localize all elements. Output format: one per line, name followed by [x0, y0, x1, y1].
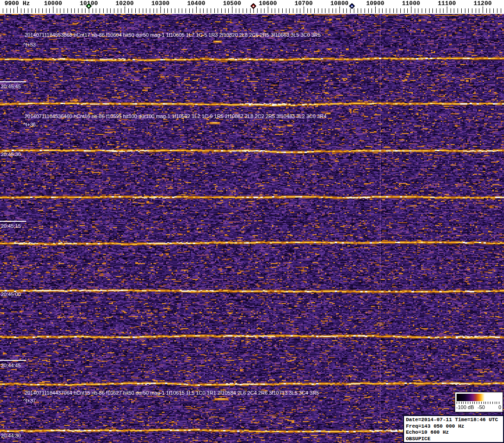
colorbar-labels: -100 dB -50 0: [455, 404, 503, 412]
freq-axis-label: 11100: [438, 0, 456, 7]
freq-axis-label: 10000: [44, 0, 62, 7]
info-station-name: OBSUPICE: [406, 436, 503, 443]
spectrogram-canvas: [0, 14, 504, 443]
freq-axis-label: 10600: [259, 0, 277, 7]
freq-axis-label: 10700: [294, 0, 312, 7]
frequency-axis: 9900 Hz100001010010200103001040010500106…: [0, 0, 504, 14]
freq-axis-label: 10500: [223, 0, 241, 7]
info-echo-frequency: Echo=10 600 Hz: [406, 430, 503, 436]
colorbar-legend: -100 dB -50 0: [455, 392, 503, 412]
freq-axis-label: 10800: [330, 0, 348, 7]
freq-axis-label: 11000: [402, 0, 420, 7]
status-info-box: Date=2014-07-11 Time=18:46 UTC Freq=143 …: [403, 415, 504, 443]
info-date-time: Date=2014-07-11 Time=18:46 UTC: [406, 417, 503, 423]
marker-center-dot: [351, 5, 353, 7]
info-frequency: Freq=143 050 000 Hz: [406, 423, 503, 430]
colorbar-ticks: [457, 402, 501, 404]
freq-axis-label: 10200: [115, 0, 133, 7]
marker-center-dot: [252, 5, 254, 7]
colorbar-max-label: 0: [498, 404, 501, 410]
freq-axis-label: 10300: [151, 0, 169, 7]
meteor-waterfall-app: 9900 Hz100001010010200103001040010500106…: [0, 0, 504, 443]
freq-axis-label: 10400: [187, 0, 205, 7]
freq-axis-label: 9900 Hz: [5, 0, 30, 7]
freq-axis-label: 10900: [366, 0, 384, 7]
colorbar-mid-label: -50: [477, 404, 485, 410]
marker-center-dot: [88, 5, 90, 7]
colorbar-gradient: [457, 394, 501, 401]
freq-axis-label: 11200: [473, 0, 491, 7]
colorbar-min-label: -100 dB: [456, 404, 474, 410]
